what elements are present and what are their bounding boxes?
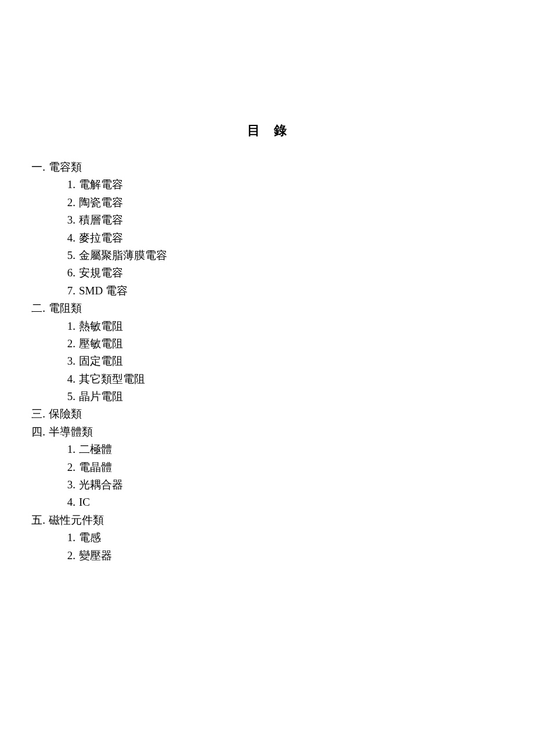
- item-title: 積層電容: [75, 212, 123, 228]
- item-label: 1.: [23, 530, 75, 546]
- item-label: 2.: [23, 548, 75, 564]
- item-label: 4.: [23, 371, 75, 387]
- section-row: 五.磁性元件類: [23, 512, 511, 528]
- list-item: 4.麥拉電容: [23, 230, 511, 246]
- section-row: 一.電容類: [23, 159, 511, 175]
- item-title: 電解電容: [75, 177, 123, 193]
- section-row: 三.保險類: [23, 406, 511, 422]
- item-title: 熱敏電阻: [75, 318, 123, 334]
- item-title: 金屬聚脂薄膜電容: [75, 247, 167, 264]
- item-label: 7.: [23, 283, 75, 299]
- section-label: 二.: [23, 300, 45, 316]
- item-label: 3.: [23, 477, 75, 493]
- list-item: 5.金屬聚脂薄膜電容: [23, 247, 511, 264]
- section-label: 三.: [23, 406, 45, 422]
- list-item: 3.積層電容: [23, 212, 511, 228]
- list-item: 5.晶片電阻: [23, 388, 511, 405]
- item-title: 光耦合器: [75, 477, 123, 493]
- item-title: 固定電阻: [75, 353, 123, 369]
- list-item: 3.固定電阻: [23, 353, 511, 369]
- item-title: SMD 電容: [75, 283, 128, 299]
- list-item: 1.電感: [23, 530, 511, 546]
- item-label: 1.: [23, 318, 75, 334]
- section-title: 電容類: [45, 159, 82, 175]
- item-title: IC: [75, 494, 90, 510]
- item-label: 6.: [23, 265, 75, 281]
- item-title: 電感: [75, 530, 101, 546]
- item-title: 晶片電阻: [75, 388, 123, 405]
- item-label: 1.: [23, 441, 75, 458]
- item-title: 陶瓷電容: [75, 195, 123, 211]
- list-item: 2.陶瓷電容: [23, 195, 511, 211]
- item-label: 5.: [23, 388, 75, 405]
- item-label: 3.: [23, 353, 75, 369]
- list-item: 1.熱敏電阻: [23, 318, 511, 334]
- item-title: 其它類型電阻: [75, 371, 145, 387]
- item-title: 壓敏電阻: [75, 336, 123, 352]
- page-title: 目錄: [23, 122, 511, 139]
- section-row: 二.電阻類: [23, 300, 511, 316]
- item-title: 變壓器: [75, 548, 112, 564]
- table-of-contents: 一.電容類1.電解電容2.陶瓷電容3.積層電容4.麥拉電容5.金屬聚脂薄膜電容6…: [23, 159, 511, 563]
- item-label: 4.: [23, 494, 75, 510]
- section-label: 四.: [23, 424, 45, 440]
- list-item: 2.電晶體: [23, 459, 511, 476]
- list-item: 2.壓敏電阻: [23, 336, 511, 352]
- item-label: 2.: [23, 459, 75, 476]
- item-label: 4.: [23, 230, 75, 246]
- item-label: 1.: [23, 177, 75, 193]
- item-label: 2.: [23, 336, 75, 352]
- section-label: 五.: [23, 512, 45, 528]
- section-title: 保險類: [45, 406, 82, 422]
- list-item: 2.變壓器: [23, 548, 511, 564]
- list-item: 7.SMD 電容: [23, 283, 511, 299]
- list-item: 4.IC: [23, 494, 511, 510]
- list-item: 3.光耦合器: [23, 477, 511, 493]
- list-item: 1.二極體: [23, 441, 511, 458]
- list-item: 1.電解電容: [23, 177, 511, 193]
- item-label: 3.: [23, 212, 75, 228]
- section-title: 半導體類: [45, 424, 93, 440]
- item-label: 5.: [23, 247, 75, 264]
- section-label: 一.: [23, 159, 45, 175]
- document-page: 目錄 一.電容類1.電解電容2.陶瓷電容3.積層電容4.麥拉電容5.金屬聚脂薄膜…: [0, 0, 534, 588]
- list-item: 4.其它類型電阻: [23, 371, 511, 387]
- item-title: 二極體: [75, 441, 112, 458]
- section-title: 磁性元件類: [45, 512, 104, 528]
- section-row: 四.半導體類: [23, 424, 511, 440]
- item-title: 電晶體: [75, 459, 112, 476]
- item-title: 麥拉電容: [75, 230, 123, 246]
- list-item: 6.安規電容: [23, 265, 511, 281]
- section-title: 電阻類: [45, 300, 82, 316]
- item-title: 安規電容: [75, 265, 123, 281]
- item-label: 2.: [23, 195, 75, 211]
